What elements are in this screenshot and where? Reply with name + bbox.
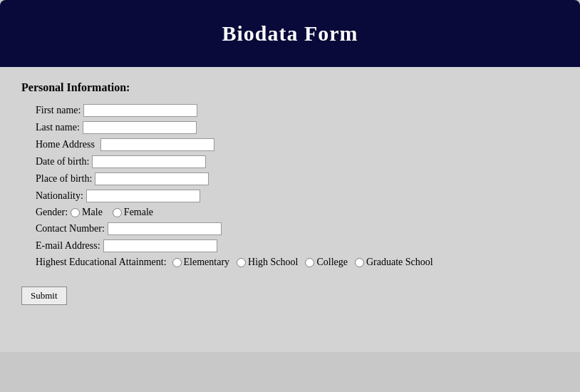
first-name-label: First name:: [36, 105, 81, 116]
education-highschool-radio[interactable]: [237, 258, 246, 267]
section-title: Personal Information:: [21, 81, 559, 94]
education-label: Highest Educational Attainment:: [36, 257, 167, 268]
form-fields-list: First name: Last name: Home Address Date…: [21, 104, 559, 268]
last-name-label: Last name:: [36, 122, 80, 133]
home-address-input[interactable]: [100, 138, 214, 151]
education-college-option[interactable]: College: [305, 257, 351, 268]
education-elementary-label: Elementary: [184, 257, 230, 268]
dob-field: Date of birth:: [36, 155, 559, 168]
pob-field: Place of birth:: [36, 172, 559, 185]
contact-number-label: Contact Number:: [36, 223, 105, 234]
education-radio-group: Elementary High School College Graduate …: [172, 257, 440, 268]
gender-female-radio[interactable]: [113, 208, 122, 217]
gender-male-label: Male: [82, 207, 103, 218]
email-field: E-mail Address:: [36, 239, 559, 252]
home-address-label: Home Address: [36, 139, 95, 150]
education-graduate-label: Graduate School: [366, 257, 433, 268]
nationality-label: Nationality:: [36, 190, 83, 202]
gender-female-option[interactable]: Female: [113, 207, 156, 218]
pob-label: Place of birth:: [36, 173, 92, 185]
page-title: Biodata Form: [14, 21, 566, 46]
email-label: E-mail Address:: [36, 240, 100, 252]
education-college-label: College: [316, 257, 348, 268]
home-address-field: Home Address: [36, 138, 559, 151]
submit-button[interactable]: Submit: [21, 287, 67, 305]
gender-female-label: Female: [124, 207, 153, 218]
gender-field: Gender: Male Female: [36, 207, 559, 218]
last-name-input[interactable]: [83, 121, 197, 134]
gender-label: Gender:: [36, 207, 68, 218]
first-name-field: First name:: [36, 104, 559, 117]
education-field: Highest Educational Attainment: Elementa…: [36, 257, 559, 268]
education-elementary-radio[interactable]: [172, 258, 182, 267]
email-input[interactable]: [103, 239, 217, 252]
gender-male-radio[interactable]: [71, 208, 80, 217]
last-name-field: Last name:: [36, 121, 559, 134]
gender-male-option[interactable]: Male: [71, 207, 105, 218]
education-highschool-label: High School: [248, 257, 298, 268]
contact-number-input[interactable]: [108, 222, 222, 235]
page-header: Biodata Form: [0, 0, 580, 67]
pob-input[interactable]: [95, 172, 209, 185]
education-graduate-option[interactable]: Graduate School: [355, 257, 436, 268]
nationality-field: Nationality:: [36, 190, 559, 202]
form-content: Personal Information: First name: Last n…: [0, 67, 580, 352]
contact-number-field: Contact Number:: [36, 222, 559, 235]
first-name-input[interactable]: [83, 104, 197, 117]
gender-radio-group: Male Female: [71, 207, 160, 218]
dob-input[interactable]: [92, 155, 206, 168]
education-highschool-option[interactable]: High School: [237, 257, 301, 268]
nationality-input[interactable]: [86, 190, 200, 202]
dob-label: Date of birth:: [36, 156, 89, 167]
education-graduate-radio[interactable]: [355, 258, 364, 267]
education-elementary-option[interactable]: Elementary: [172, 257, 233, 268]
education-college-radio[interactable]: [305, 258, 314, 267]
